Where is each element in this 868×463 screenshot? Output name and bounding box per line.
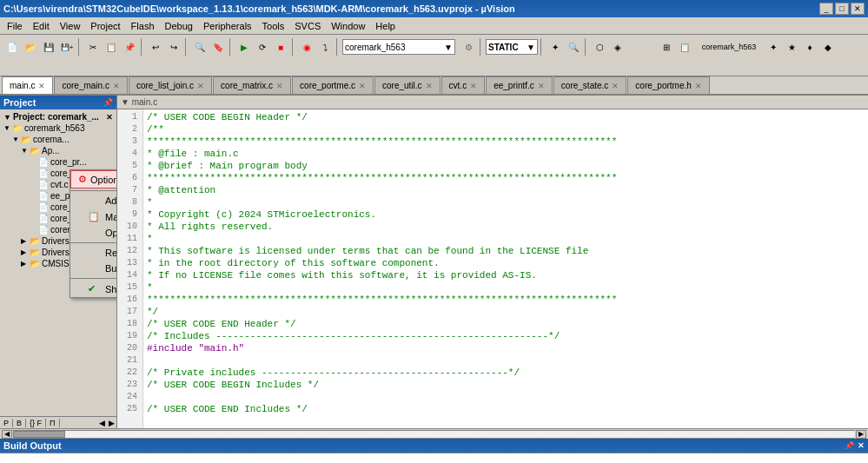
scroll-thumb[interactable] xyxy=(13,431,65,438)
tab-close-icon[interactable]: ✕ xyxy=(612,82,619,90)
rebuild-button[interactable]: ⟳ xyxy=(254,38,271,56)
save-all-button[interactable]: 💾+ xyxy=(58,38,76,56)
scroll-right-arrow[interactable]: ▶ xyxy=(856,430,866,439)
step-button[interactable]: ⤵ xyxy=(316,38,334,56)
ctx-add-group[interactable]: Add Group... xyxy=(70,193,117,208)
menu-item-flash[interactable]: Flash xyxy=(126,20,160,32)
extra-button-1[interactable]: ⬡ xyxy=(591,38,608,56)
undo-button[interactable]: ↩ xyxy=(147,38,164,56)
tab-main-c[interactable]: main.c✕ xyxy=(2,76,53,94)
sidebar-tab-pi[interactable]: Π xyxy=(46,419,60,427)
sidebar-item-coremark-h563[interactable]: ▼📁coremark_h563 xyxy=(0,122,116,134)
toolbar-row2-btn4[interactable]: ✦ xyxy=(765,38,782,56)
horizontal-scrollbar[interactable]: ◀ ▶ xyxy=(0,428,868,439)
minimize-button[interactable]: _ xyxy=(819,3,833,15)
toolbar-row2-btn2[interactable]: 📋 xyxy=(676,38,693,56)
sidebar-item-corema---[interactable]: ▼📂corema... xyxy=(0,134,116,145)
project-tree-icon: ▼ xyxy=(3,113,11,122)
tab-core_matrix-c[interactable]: core_matrix.c✕ xyxy=(213,76,291,94)
sidebar-item-ap---[interactable]: ▼📂Ap... xyxy=(0,145,116,156)
redo-button[interactable]: ↪ xyxy=(165,38,182,56)
bookmark-button[interactable]: 🔖 xyxy=(209,38,227,56)
scroll-track[interactable] xyxy=(13,430,855,439)
zoom-button[interactable]: 🔍 xyxy=(565,38,582,56)
menu-item-window[interactable]: Window xyxy=(326,20,370,32)
target-dropdown[interactable]: coremark_h563 ▼ xyxy=(342,39,455,55)
ctx-open-build-log[interactable]: Open Build Log xyxy=(70,225,117,241)
debug-button[interactable]: ◉ xyxy=(298,38,315,56)
copy-button[interactable]: 📋 xyxy=(103,38,120,56)
code-editor[interactable]: ▼ main.c 1234567891011121314151617181920… xyxy=(117,96,868,428)
tab-core_list_join-c[interactable]: core_list_join.c✕ xyxy=(129,76,212,94)
tab-close-icon[interactable]: ✕ xyxy=(197,82,204,90)
tab-close-icon[interactable]: ✕ xyxy=(470,82,477,90)
tree-expand-icon: ▶ xyxy=(21,237,28,245)
build-close-icon[interactable]: ✕ xyxy=(858,441,865,450)
build-button[interactable]: ▶ xyxy=(235,38,253,56)
sidebar-item-core-pr---[interactable]: 📄core_pr... xyxy=(0,156,116,168)
tab-close-icon[interactable]: ✕ xyxy=(426,82,433,90)
close-button[interactable]: ✕ xyxy=(851,3,865,15)
tree-item-label: Ap... xyxy=(42,146,60,155)
tab-core_portme-c[interactable]: core_portme.c✕ xyxy=(292,76,374,94)
menu-item-help[interactable]: Help xyxy=(370,20,401,32)
sidebar-tab-p[interactable]: P xyxy=(0,419,13,427)
save-button[interactable]: 💾 xyxy=(40,38,57,56)
build-pin-icon[interactable]: 📌 xyxy=(845,441,854,450)
tab-core_state-c[interactable]: core_state.c✕ xyxy=(553,76,626,94)
menu-item-view[interactable]: View xyxy=(55,20,86,32)
menu-item-project[interactable]: Project xyxy=(85,20,125,32)
code-lines[interactable]: /* USER CODE BEGIN Header *//** ********… xyxy=(143,109,868,428)
scroll-left-arrow[interactable]: ◀ xyxy=(2,430,12,439)
toolbar-row2-btn7[interactable]: ◆ xyxy=(819,38,837,56)
tree-item-icon: 📄 xyxy=(38,202,49,212)
tab-close-icon[interactable]: ✕ xyxy=(113,82,120,90)
sidebar-pin-icon[interactable]: 📌 xyxy=(103,98,113,107)
tab-close-icon[interactable]: ✕ xyxy=(538,82,545,90)
search-button[interactable]: 🔍 xyxy=(191,38,209,56)
new-file-button[interactable]: 📄 xyxy=(3,38,21,56)
ctx-show-include[interactable]: ✔ Show Include File Dependencies xyxy=(70,281,117,297)
tab-core_util-c[interactable]: core_util.c✕ xyxy=(374,76,441,94)
toolbar-row2-btn3[interactable]: coremark_h563 xyxy=(694,38,764,56)
code-line: * xyxy=(147,281,865,294)
title-bar: C:\Users\virendra\STM32CubeIDE\workspace… xyxy=(0,0,868,17)
stop-button[interactable]: ■ xyxy=(272,38,289,56)
code-line: #include "main.h" xyxy=(147,342,865,354)
tab-close-icon[interactable]: ✕ xyxy=(695,82,702,90)
menu-item-edit[interactable]: Edit xyxy=(28,20,55,32)
ctx-manage-project[interactable]: 📋 Manage Project Items... xyxy=(70,208,117,225)
toolbar-row2-btn5[interactable]: ★ xyxy=(783,38,800,56)
tab-core_main-c[interactable]: core_main.c✕ xyxy=(54,76,127,94)
menu-item-debug[interactable]: Debug xyxy=(160,20,198,32)
options-button[interactable]: ⚙ xyxy=(460,38,477,56)
tab-core_portme-h[interactable]: core_portme.h✕ xyxy=(627,76,709,94)
menu-item-svcs[interactable]: SVCS xyxy=(289,20,326,32)
ctx-options-target[interactable]: ⚙ Options for Target 'coremark_h563'... … xyxy=(70,170,117,189)
tab-close-icon[interactable]: ✕ xyxy=(38,82,45,90)
toolbar-row2-btn1[interactable]: ⊞ xyxy=(658,38,675,56)
tab-close-icon[interactable]: ✕ xyxy=(276,82,283,90)
build-output-content xyxy=(0,453,868,463)
tab-close-icon[interactable]: ✕ xyxy=(359,82,366,90)
tab-ee_printf-c[interactable]: ee_printf.c✕ xyxy=(486,76,553,94)
magic-wand-button[interactable]: ✦ xyxy=(547,38,564,56)
sidebar-scroll-right[interactable]: ▶ xyxy=(107,419,116,427)
open-file-button[interactable]: 📂 xyxy=(22,38,39,56)
static-dropdown[interactable]: STATIC ▼ xyxy=(486,39,538,55)
cut-button[interactable]: ✂ xyxy=(84,38,102,56)
sidebar-close-icon[interactable]: ✕ xyxy=(106,113,113,122)
menu-item-peripherals[interactable]: Peripherals xyxy=(198,20,257,32)
sidebar-tab-b[interactable]: B xyxy=(13,419,26,427)
menu-item-file[interactable]: File xyxy=(2,20,28,32)
maximize-button[interactable]: □ xyxy=(835,3,849,15)
sidebar-scroll-left[interactable]: ◀ xyxy=(97,419,107,427)
sidebar-tab-f[interactable]: {} F xyxy=(26,419,46,427)
toolbar-row2-btn6[interactable]: ♦ xyxy=(801,38,818,56)
menu-item-tools[interactable]: Tools xyxy=(257,20,290,32)
ctx-build-target[interactable]: Build Target F7 xyxy=(70,261,117,276)
extra-button-2[interactable]: ◈ xyxy=(609,38,626,56)
ctx-rebuild-all[interactable]: Rebuild all target files xyxy=(70,245,117,261)
paste-button[interactable]: 📌 xyxy=(121,38,138,56)
tab-cvt-c[interactable]: cvt.c✕ xyxy=(441,76,486,94)
